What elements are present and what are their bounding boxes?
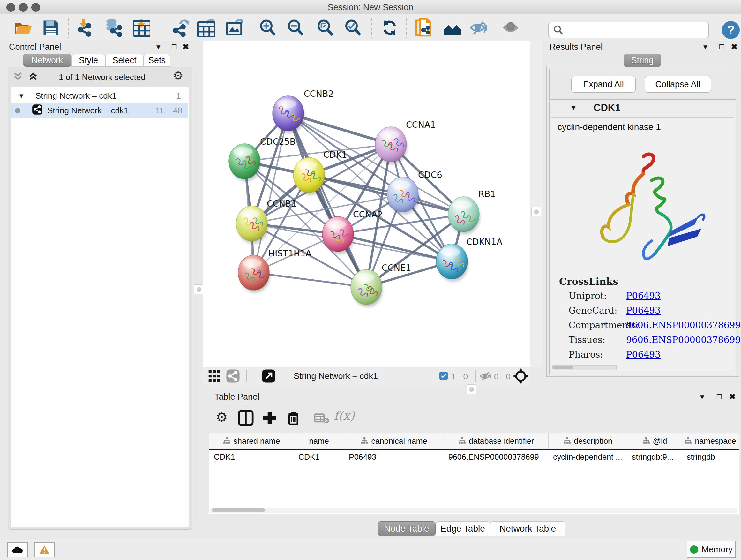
collapse-all-button[interactable]: Collapse All (645, 76, 711, 92)
results-panel-collapse-icon[interactable]: ▾ (703, 42, 708, 51)
network-node-RB1[interactable]: RB1 (448, 189, 495, 234)
crosslink-link[interactable]: P06493 (626, 305, 661, 316)
selected-checkbox-icon[interactable] (440, 372, 448, 380)
save-session-icon[interactable] (42, 18, 60, 37)
open-session-icon[interactable] (14, 18, 32, 37)
import-table-icon[interactable] (132, 18, 151, 37)
warning-status-button[interactable] (34, 542, 55, 557)
gene-collapse-icon[interactable]: ▼ (570, 104, 577, 112)
left-splitter-handle[interactable] (194, 285, 204, 294)
export-table-icon[interactable] (197, 18, 215, 37)
table-panel-close-icon[interactable]: ✖ (729, 392, 736, 401)
network-node-CCNE1[interactable]: CCNE1 (351, 263, 411, 307)
results-panel-close-icon[interactable]: ✖ (731, 42, 738, 51)
tab-sets[interactable]: Sets (144, 54, 171, 67)
right-splitter[interactable] (530, 41, 543, 367)
table-row[interactable]: CDK1CDK1P064939606.ENSP00000378699cyclin… (209, 449, 739, 464)
column-header-databaseidentifier[interactable]: database identifier (444, 433, 549, 449)
control-panel-title: Control Panel (9, 42, 61, 52)
network-node-CDKN1A[interactable]: CDKN1A (436, 237, 502, 282)
refresh-icon[interactable] (381, 18, 399, 37)
shared-column-icon (458, 437, 466, 445)
results-panel-float-icon[interactable]: □ (719, 42, 724, 51)
table-cell[interactable]: P06493 (344, 449, 444, 464)
network-view-share-icon[interactable] (226, 369, 240, 384)
shared-column-icon (223, 437, 231, 445)
hidden-eye-slash-icon[interactable] (479, 371, 492, 382)
tab-select[interactable]: Select (105, 54, 144, 67)
tab-network[interactable]: Network (23, 54, 71, 67)
import-network-file-icon[interactable] (75, 18, 94, 37)
table-cell[interactable]: CDK1 (209, 449, 294, 464)
eye-icon[interactable] (501, 18, 520, 37)
export-network-icon[interactable] (171, 18, 190, 37)
birdseye-crosshair-icon[interactable] (513, 368, 529, 385)
network-collection-row[interactable]: ▼ String Network – cdk1 1 (11, 88, 188, 103)
help-button[interactable]: ? (722, 21, 740, 39)
table-cell[interactable]: 9606.ENSP00000378699 (444, 449, 549, 464)
crosslink-link[interactable]: 9606.ENSP00000378699 (626, 334, 741, 345)
table-panel-float-icon[interactable]: □ (717, 392, 722, 401)
tree-expand-icon[interactable]: ▼ (18, 92, 24, 100)
import-network-database-icon[interactable] (104, 18, 123, 37)
zoom-in-icon[interactable] (259, 18, 277, 37)
results-scrollbar-track[interactable] (552, 365, 616, 370)
column-header-id[interactable]: @id (627, 433, 682, 449)
table-scrollbar-thumb[interactable] (212, 508, 265, 512)
network-options-gear-icon[interactable]: ⚙ (173, 69, 183, 82)
control-panel-close-icon[interactable]: ✖ (183, 42, 189, 51)
results-scrollbar-thumb[interactable] (552, 366, 573, 369)
column-header-canonicalname[interactable]: canonical name (344, 433, 444, 449)
expand-all-button[interactable]: Expand All (571, 76, 636, 92)
crosslink-link[interactable]: P06493 (626, 291, 661, 301)
column-header-description[interactable]: description (549, 433, 627, 449)
memory-button[interactable]: Memory (687, 541, 736, 558)
tab-string[interactable]: String (624, 54, 661, 67)
network-node-CDC6[interactable]: CDC6 (387, 170, 442, 214)
column-header-sharedname[interactable]: shared name (209, 433, 294, 449)
search-input[interactable] (563, 25, 704, 36)
table-panel-collapse-icon[interactable]: ▾ (700, 392, 704, 401)
tab-edge-table[interactable]: Edge Table (435, 521, 490, 536)
zoom-out-icon[interactable] (286, 18, 305, 37)
table-cell[interactable]: stringdb:9... (627, 449, 682, 464)
gene-symbol[interactable]: CDK1 (594, 102, 620, 114)
network-row-selected[interactable]: String Network – cdk1 11 48 (11, 103, 188, 118)
table-cell[interactable]: cyclin-dependent ... (549, 449, 627, 464)
export-image-icon[interactable] (225, 18, 244, 37)
control-panel-collapse-icon[interactable]: ▾ (156, 42, 160, 51)
tab-style[interactable]: Style (71, 54, 105, 67)
zoom-fit-icon[interactable] (316, 18, 334, 37)
crosslink-link[interactable]: P06493 (626, 349, 661, 360)
network-selection-status: 1 of 1 Network selected (45, 72, 159, 82)
right-splitter-handle[interactable] (531, 207, 541, 216)
collapse-all-networks-icon[interactable] (12, 71, 23, 83)
cloud-status-button[interactable] (7, 542, 28, 557)
shared-column-icon (360, 437, 368, 445)
copy-style-document-icon[interactable] (415, 18, 433, 37)
network-node-HIST1H1A[interactable]: HIST1H1A (238, 248, 312, 293)
grid-view-icon[interactable] (208, 370, 221, 384)
column-header-namespace[interactable]: namespace (682, 433, 738, 449)
crosslink-link[interactable]: 9606.ENSP00000378699 (626, 320, 741, 330)
tab-network-table[interactable]: Network Table (490, 521, 565, 536)
hide-unhide-icon[interactable] (469, 18, 488, 37)
control-panel-float-icon[interactable]: □ (172, 42, 177, 51)
table-splitter-handle[interactable] (467, 384, 476, 394)
protein-structure-image (563, 137, 713, 274)
table-cell[interactable]: stringdb (682, 449, 738, 464)
table-cell[interactable]: CDK1 (294, 449, 344, 464)
network-node-CCNB1[interactable]: CCNB1 (236, 199, 297, 244)
zoom-selected-icon[interactable] (344, 18, 362, 37)
expand-all-networks-icon[interactable] (27, 71, 39, 83)
table-scrollbar-track[interactable] (210, 508, 737, 513)
home-networks-icon[interactable] (443, 18, 462, 37)
add-column-icon[interactable] (262, 410, 278, 427)
table-gear-icon[interactable]: ⚙ (216, 409, 228, 425)
open-in-window-icon[interactable] (262, 369, 276, 384)
tab-node-table[interactable]: Node Table (378, 521, 435, 536)
network-graph[interactable]: CCNB2CCNA1CDC25BCDK1CDC6RB1CCNB1CCNA2CDK… (203, 41, 530, 367)
column-header-name[interactable]: name (294, 433, 344, 449)
delete-column-icon[interactable] (285, 409, 301, 427)
show-columns-icon[interactable] (238, 410, 254, 427)
